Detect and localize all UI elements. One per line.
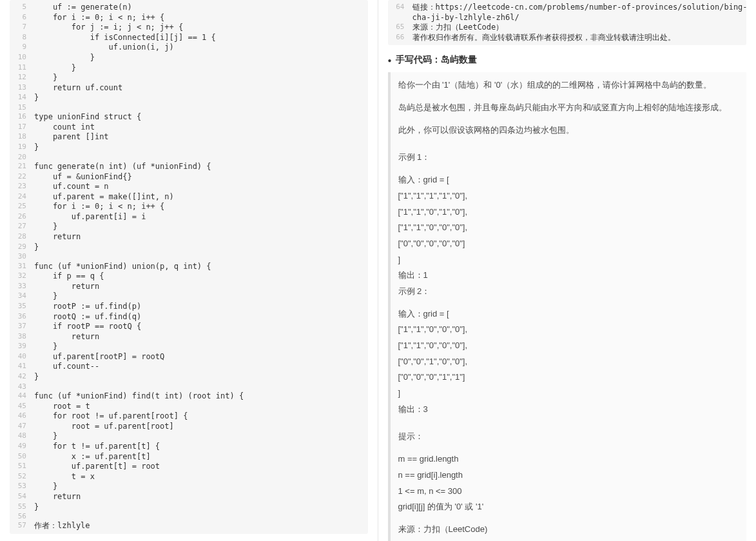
section-heading: 手写代码：岛屿数量 xyxy=(388,54,747,66)
example-label: 示例 2： xyxy=(398,284,739,300)
prose-line: 输出：1 xyxy=(398,268,739,284)
hint-label: 提示： xyxy=(398,429,739,445)
prose-line: 此外，你可以假设该网格的四条边均被水包围。 xyxy=(398,123,739,139)
prose-line: ["0","0","1","0","0"], xyxy=(398,354,739,370)
example-label: 示例 1： xyxy=(398,150,739,166)
left-code-block: 5 uf := generate(n)6 for i := 0; i < n; … xyxy=(10,0,368,534)
prose-line: ["1","1","0","1","0"], xyxy=(398,204,739,221)
prose-link: 链接：https://leetcode-cn.com/problems/numb… xyxy=(398,538,739,541)
prose-line: ] xyxy=(398,386,739,402)
prose-line: ["1","1","0","0","0"], xyxy=(398,220,739,236)
prose-line: 岛屿总是被水包围，并且每座岛屿只能由水平方向和/或竖直方向上相邻的陆地连接形成。 xyxy=(398,100,739,116)
prose-line: 输入：grid = [ xyxy=(398,306,739,322)
problem-quote: 给你一个由 '1'（陆地）和 '0'（水）组成的的二维网格，请你计算网格中岛屿的… xyxy=(388,72,747,541)
prose-line: grid[i][j] 的值为 '0' 或 '1' xyxy=(398,499,739,515)
prose-line: 给你一个由 '1'（陆地）和 '0'（水）组成的的二维网格，请你计算网格中岛屿的… xyxy=(398,77,739,93)
prose-line: 输出：3 xyxy=(398,402,739,418)
prose-line: 1 <= m, n <= 300 xyxy=(398,484,739,500)
prose-line: 来源：力扣（LeetCode) xyxy=(398,522,739,538)
right-top-code-block: 64链接：https://leetcode-cn.com/problems/nu… xyxy=(388,0,747,45)
prose-line: ["0","0","0","0","0"] xyxy=(398,236,739,252)
prose-line: m == grid.length xyxy=(398,451,739,467)
prose-line: ] xyxy=(398,252,739,268)
prose-line: ["0","0","0","1","1"] xyxy=(398,369,739,386)
prose-line: 输入：grid = [ xyxy=(398,172,739,188)
prose-line: ["1","1","1","1","0"], xyxy=(398,188,739,204)
prose-line: ["1","1","0","0","0"], xyxy=(398,322,739,338)
prose-line: n == grid[i].length xyxy=(398,467,739,484)
prose-line: ["1","1","0","0","0"], xyxy=(398,338,739,354)
